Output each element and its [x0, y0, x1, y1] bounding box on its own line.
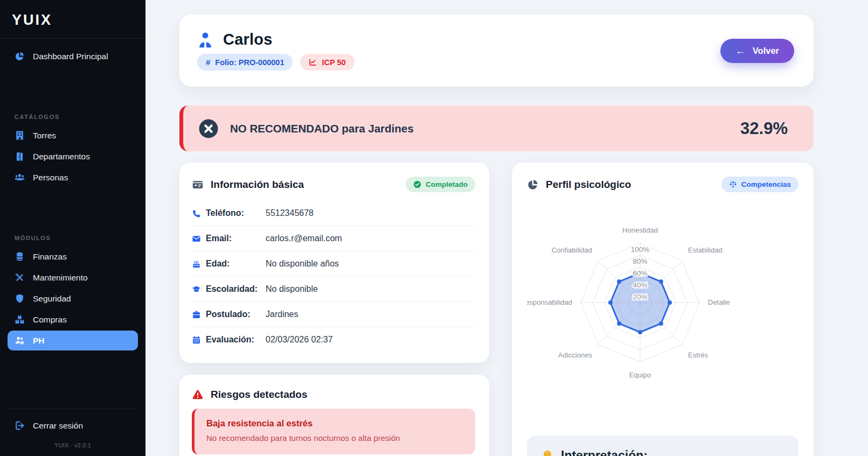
person-name: Carlos	[223, 31, 272, 48]
svg-text:Confiabilidad: Confiabilidad	[552, 246, 592, 254]
graduation-cap-icon	[192, 285, 201, 294]
folio-badge: # Folio: PRO-000001	[197, 54, 293, 71]
svg-text:60%: 60%	[633, 269, 647, 277]
sidebar-item-torres[interactable]: Torres	[8, 125, 138, 145]
risks-title: Riesgos detectados	[211, 389, 308, 401]
right-column: Perfil psicológico Competencias 20%40%60…	[512, 163, 814, 456]
sidebar-item-personas[interactable]: Personas	[8, 167, 138, 187]
sidebar-item-ph[interactable]: PH	[8, 331, 138, 350]
sidebar-item-seguridad[interactable]: Seguridad	[8, 289, 138, 308]
sidebar-item-departamentos[interactable]: Departamentos	[8, 146, 138, 166]
alert-title: NO RECOMENDADO para Jardines	[230, 122, 729, 135]
folio-badge-label: Folio: PRO-000001	[215, 58, 284, 67]
back-button-label: Volver	[753, 46, 779, 56]
info-row-edad: Edad: No disponible años	[192, 251, 475, 277]
sidebar-item-label: Personas	[33, 173, 68, 183]
scale-icon	[729, 180, 737, 188]
svg-text:Adicciones: Adicciones	[558, 351, 592, 359]
users-gear-icon	[15, 335, 25, 346]
info-row-postulado: Postulado: Jardines	[192, 302, 475, 327]
status-badge-label: Completado	[426, 180, 468, 188]
svg-text:Detalle: Detalle	[708, 298, 730, 306]
envelope-icon	[192, 234, 201, 243]
info-row-evaluacion: Evaluación: 02/03/2026 02:37	[192, 327, 475, 352]
name-row: Carlos	[197, 31, 355, 48]
logout-button[interactable]: Cerrar sesión	[8, 416, 138, 436]
info-label: Postulado:	[192, 310, 266, 319]
info-row-escolaridad: Escolaridad: No disponible	[192, 277, 475, 302]
info-value: carlos.r@email.com	[266, 234, 342, 243]
info-label: Edad:	[192, 259, 266, 269]
x-circle-icon	[198, 118, 219, 139]
boxes-icon	[15, 314, 25, 325]
sidebar-item-finanzas[interactable]: Finanzas	[8, 247, 138, 266]
sidebar-item-compras[interactable]: Compras	[8, 310, 138, 329]
sidebar-item-label: PH	[33, 336, 45, 346]
svg-text:Responsabilidad: Responsabilidad	[527, 298, 572, 306]
info-label: Email:	[192, 234, 266, 243]
svg-text:100%: 100%	[631, 245, 650, 254]
app-version: YUIX · v2.0.1	[8, 442, 138, 448]
sidebar-item-dashboard[interactable]: Dashboard Principal	[8, 46, 138, 66]
chart-pie-icon	[15, 51, 25, 61]
shield-icon	[15, 293, 25, 304]
building-icon	[15, 130, 25, 141]
id-card-icon	[192, 179, 204, 191]
info-row-email: Email: carlos.r@email.com	[192, 226, 475, 251]
risk-item-description: No recomendado para turnos nocturnos o a…	[206, 433, 464, 443]
logout-label: Cerrar sesión	[33, 421, 83, 431]
svg-text:Estrés: Estrés	[688, 351, 708, 359]
arrow-left-icon: ←	[735, 46, 746, 56]
badges-row: # Folio: PRO-000001 ICP 50	[197, 54, 355, 71]
info-rows: Teléfono: 5512345678 Email: carlos.r@ema…	[192, 201, 475, 352]
sidebar-item-label: Seguridad	[33, 294, 71, 304]
sidebar-item-mantenimiento[interactable]: Mantenimiento	[8, 268, 138, 287]
risk-item: Baja resistencia al estrés No recomendad…	[192, 409, 475, 454]
sidebar-divider	[8, 409, 138, 409]
competencias-badge-label: Competencias	[741, 180, 791, 188]
icp-badge-label: ICP 50	[322, 58, 345, 67]
basic-info-title-wrap: Información básica	[192, 179, 304, 191]
back-button[interactable]: ← Volver	[720, 39, 794, 63]
radar-chart: 20%40%60%80%100%HonestidadEstabilidadDet…	[527, 216, 764, 394]
calendar-icon	[192, 335, 201, 345]
interpretation-title-row: Interpretación:	[541, 448, 784, 456]
psych-title-wrap: Perfil psicológico	[527, 179, 631, 191]
svg-text:Estabilidad: Estabilidad	[688, 246, 723, 254]
info-label: Evaluación:	[192, 335, 266, 345]
interpretation-box: Interpretación:	[527, 436, 798, 456]
sidebar-item-label: Torres	[33, 131, 56, 141]
basic-info-card: Información básica Completado	[179, 163, 489, 363]
sidebar-item-label: Departamentos	[33, 152, 90, 162]
info-label-text: Escolaridad:	[206, 284, 258, 294]
lightbulb-icon	[541, 450, 554, 456]
svg-text:Equipo: Equipo	[629, 371, 651, 379]
icp-badge: ICP 50	[300, 54, 354, 71]
psych-title: Perfil psicológico	[546, 179, 631, 191]
sidebar-item-label: Mantenimiento	[33, 273, 88, 283]
sidebar-section-modulos: MÓDULOS	[15, 235, 138, 241]
info-label-text: Edad:	[206, 259, 230, 269]
app-logo: YUIX	[0, 0, 145, 38]
basic-info-title: Información básica	[211, 179, 304, 191]
sidebar-item-label: Dashboard Principal	[33, 52, 108, 61]
sidebar-bottom: Cerrar sesión YUIX · v2.0.1	[0, 409, 145, 456]
info-label-text: Postulado:	[206, 310, 251, 319]
check-circle-icon	[413, 180, 421, 188]
interpretation-title: Interpretación:	[561, 448, 648, 456]
info-value: No disponible	[266, 284, 318, 294]
psych-header: Perfil psicológico Competencias	[527, 177, 798, 192]
birthday-cake-icon	[192, 259, 201, 269]
competencias-badge: Competencias	[721, 177, 798, 192]
content-columns: Información básica Completado	[179, 163, 814, 456]
sidebar-item-label: Compras	[33, 315, 67, 325]
left-column: Información básica Completado	[179, 163, 489, 456]
warning-triangle-icon	[192, 389, 204, 401]
info-value: Jardines	[266, 310, 298, 319]
radar-chart-wrap: 20%40%60%80%100%HonestidadEstabilidadDet…	[527, 216, 798, 394]
risks-header: Riesgos detectados	[192, 389, 475, 401]
psych-profile-card: Perfil psicológico Competencias 20%40%60…	[512, 163, 814, 456]
info-label-text: Teléfono:	[206, 208, 244, 218]
hashtag-icon: #	[206, 58, 210, 67]
info-value: No disponible años	[266, 259, 339, 269]
